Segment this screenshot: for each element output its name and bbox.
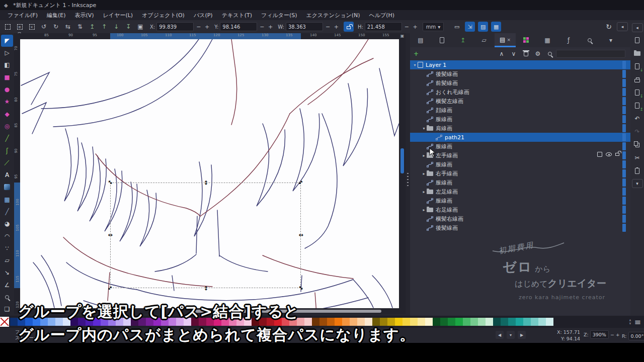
close-tab-icon[interactable]: × bbox=[507, 37, 511, 42]
rotation-input[interactable]: 0.00° bbox=[628, 332, 644, 340]
cut-icon[interactable]: ✂ bbox=[632, 153, 643, 163]
save-document-icon[interactable]: ↓ bbox=[632, 61, 643, 71]
horizontal-ruler[interactable]: 8590951001051101151201251301351401451501… bbox=[14, 33, 406, 39]
print-icon[interactable] bbox=[632, 74, 643, 84]
navy-line-path[interactable] bbox=[66, 262, 137, 290]
no-color-swatch[interactable] bbox=[0, 317, 9, 327]
palette-menu-icon[interactable]: ≡ bbox=[634, 317, 641, 327]
transform-pattern-toggle[interactable]: ▦ bbox=[491, 22, 501, 32]
canvas-page[interactable]: ↔↔↔↔↔↔↔↔ bbox=[20, 39, 399, 308]
layer-row-前髪線画[interactable]: 前髪線画 bbox=[410, 78, 630, 87]
add-layer-button[interactable]: + bbox=[410, 48, 422, 59]
deselect-icon[interactable]: × bbox=[26, 22, 37, 32]
layer-row-右手線画[interactable]: ▸右手線画 bbox=[410, 169, 630, 178]
commands-overflow-button[interactable]: ▾ bbox=[632, 179, 643, 188]
layer-row-左足線画[interactable]: ▸左足線画 bbox=[410, 187, 630, 196]
w-stepper[interactable]: − + bbox=[326, 24, 340, 30]
layer-row-服線画[interactable]: 服線画 bbox=[410, 160, 630, 169]
reset-toolbar-icon[interactable]: ↻ bbox=[606, 23, 612, 31]
navy-line-path[interactable] bbox=[343, 83, 368, 166]
red-line-path[interactable] bbox=[200, 114, 290, 216]
rotate-ccw-icon[interactable]: ↺ bbox=[38, 22, 49, 32]
layer-row-顔線画[interactable]: 顔線画 bbox=[410, 106, 630, 115]
menu-item-2[interactable]: 表示(V) bbox=[70, 11, 99, 20]
expander-icon[interactable]: ▸ bbox=[421, 171, 427, 176]
zoom-stepper[interactable]: − + bbox=[610, 332, 620, 337]
prev-layer-button[interactable]: ◀ bbox=[496, 331, 504, 339]
navy-line-path[interactable] bbox=[293, 109, 319, 191]
lower-to-bottom-icon[interactable]: ↧ bbox=[123, 22, 134, 32]
text-tool[interactable]: A bbox=[1, 169, 13, 181]
vertical-scrollbar-thumb[interactable] bbox=[400, 148, 404, 173]
ellipse-tool[interactable]: ● bbox=[1, 83, 13, 96]
search-button[interactable] bbox=[544, 48, 556, 59]
w-input[interactable]: 38.363 bbox=[286, 22, 323, 31]
layer-color-tag[interactable] bbox=[622, 206, 626, 214]
layer-color-tag[interactable] bbox=[622, 115, 626, 123]
menu-item-7[interactable]: フィルター(S) bbox=[257, 11, 302, 20]
layer-color-tag[interactable] bbox=[622, 106, 626, 114]
pencil-tool[interactable]: ╱ bbox=[1, 132, 13, 144]
effects-dialog-tab[interactable]: ƒ bbox=[558, 33, 579, 47]
raise-icon[interactable]: ↑ bbox=[99, 22, 110, 32]
palette-swatch-58[interactable] bbox=[448, 318, 455, 326]
import-icon[interactable]: ↧ bbox=[632, 87, 643, 98]
menu-item-5[interactable]: パス(P) bbox=[189, 11, 217, 20]
export-dialog-tab[interactable]: ↥ bbox=[452, 33, 473, 47]
scale-handle[interactable]: ↔ bbox=[298, 232, 304, 238]
layer-color-tag[interactable] bbox=[622, 70, 626, 78]
undo-icon[interactable]: ↶ bbox=[632, 114, 643, 124]
rectangle-tool[interactable]: ■ bbox=[1, 71, 13, 83]
canvas-settings-icon[interactable]: ▣ bbox=[399, 33, 406, 39]
layer-color-tag[interactable] bbox=[622, 79, 626, 87]
layer-color-tag[interactable] bbox=[622, 188, 626, 196]
layer-color-tag[interactable] bbox=[622, 124, 626, 132]
menu-item-6[interactable]: テキスト(T) bbox=[217, 11, 257, 20]
palette-swatch-55[interactable] bbox=[425, 318, 433, 326]
navy-line-path[interactable] bbox=[283, 280, 353, 297]
bucket-tool[interactable]: ◕ bbox=[1, 218, 13, 230]
tweak-tool[interactable]: ◠ bbox=[1, 230, 13, 242]
lock-open-icon[interactable] bbox=[615, 153, 619, 156]
expander-icon[interactable]: ▸ bbox=[421, 190, 427, 194]
palette-swatch-69[interactable] bbox=[531, 318, 538, 326]
layer-row-服線画[interactable]: 服線画 bbox=[410, 115, 630, 124]
gradient-tool[interactable] bbox=[1, 182, 13, 194]
objects-dialog-tab[interactable]: ▤× bbox=[495, 33, 516, 47]
palette-swatch-71[interactable] bbox=[546, 318, 553, 326]
h-input[interactable]: 21.458 bbox=[365, 22, 402, 31]
flip-horizontal-icon[interactable]: ⇆ bbox=[62, 22, 73, 32]
select-all-layers-icon[interactable]: ≡ bbox=[14, 22, 25, 32]
raise-to-top-icon[interactable]: ↥ bbox=[87, 22, 98, 32]
redo-icon[interactable]: ↷ bbox=[632, 127, 643, 137]
palette-swatch-66[interactable] bbox=[508, 318, 516, 326]
navy-line-path[interactable] bbox=[33, 262, 54, 308]
navy-line-path[interactable] bbox=[64, 129, 78, 201]
measure-tool[interactable]: ∠ bbox=[1, 279, 13, 291]
layer-color-tag[interactable] bbox=[622, 160, 626, 168]
layers-dialog-tab[interactable]: ▤ bbox=[410, 33, 431, 47]
navy-line-path[interactable] bbox=[257, 124, 285, 206]
palette-swatch-59[interactable] bbox=[455, 318, 463, 326]
filter-input[interactable] bbox=[556, 50, 625, 58]
dropper-tool[interactable]: ╱ bbox=[1, 206, 13, 218]
copy-icon[interactable] bbox=[632, 140, 643, 150]
move-down-button[interactable]: ∨ bbox=[508, 48, 520, 59]
unit-dropdown[interactable]: mm▾ bbox=[423, 22, 444, 31]
toolbar-collapse-button[interactable]: ◂ bbox=[617, 22, 628, 31]
palette-swatch-67[interactable] bbox=[516, 318, 523, 326]
transform-corners-toggle[interactable]: ⇲ bbox=[465, 22, 475, 32]
layer-color-tag[interactable] bbox=[622, 215, 626, 223]
star-tool[interactable]: ★ bbox=[1, 96, 13, 108]
palette-swatch-61[interactable] bbox=[470, 318, 478, 326]
palette-swatch-70[interactable] bbox=[538, 318, 546, 326]
flip-vertical-icon[interactable]: ⇅ bbox=[74, 22, 86, 32]
layer-row-服線画[interactable]: 服線画 bbox=[410, 142, 630, 151]
calligraphy-tool[interactable]: ／ bbox=[1, 157, 13, 169]
menu-item-8[interactable]: エクステンション(N) bbox=[302, 11, 365, 20]
vertical-scrollbar[interactable] bbox=[399, 39, 406, 308]
palette-scroll-down[interactable]: ∨ bbox=[629, 322, 631, 325]
mesh-tool[interactable]: ▦ bbox=[1, 194, 13, 206]
navy-line-path[interactable] bbox=[41, 39, 199, 109]
red-line-path[interactable] bbox=[231, 39, 237, 125]
